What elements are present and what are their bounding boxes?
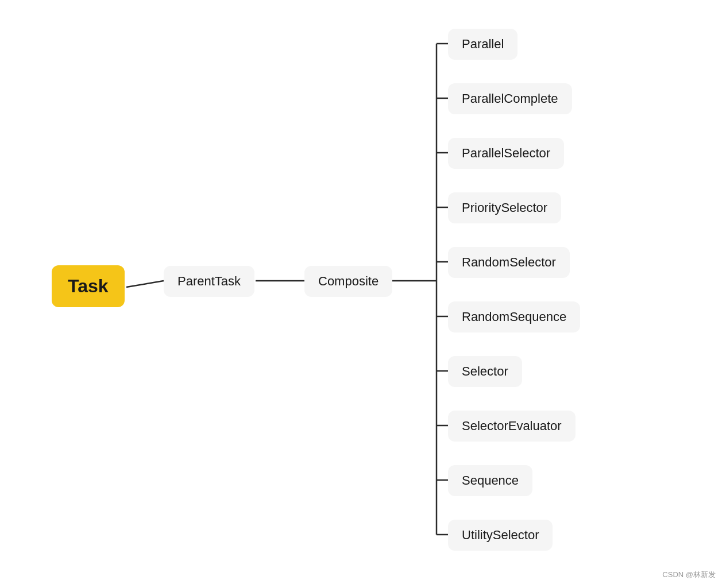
node-child-4: RandomSelector (448, 247, 570, 278)
node-child-9: UtilitySelector (448, 520, 553, 551)
node-child-5: RandomSequence (448, 301, 580, 332)
node-child-7: SelectorEvaluator (448, 411, 576, 442)
watermark: CSDN @林新发 (662, 570, 716, 580)
node-parent-task: ParentTask (164, 266, 254, 297)
node-child-8: Sequence (448, 465, 532, 496)
node-child-3: PrioritySelector (448, 192, 561, 223)
svg-line-0 (126, 281, 164, 287)
node-child-0: Parallel (448, 29, 518, 60)
node-child-6: Selector (448, 356, 522, 387)
diagram-container: Task ParentTask Composite ParallelParall… (0, 0, 726, 588)
node-task: Task (52, 265, 125, 307)
node-child-1: ParallelComplete (448, 83, 572, 114)
node-composite: Composite (304, 266, 392, 297)
node-child-2: ParallelSelector (448, 138, 564, 169)
